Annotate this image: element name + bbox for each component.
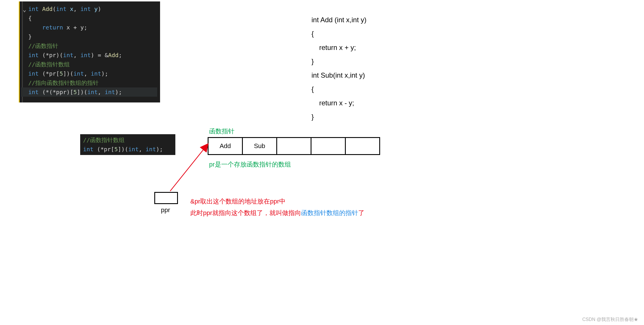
red-text-2: 此时ppr就指向这个数组了，就叫做指向函数指针数组的指针了 bbox=[190, 207, 365, 219]
watermark: CSDN @我言秋日胜春朝★ bbox=[582, 317, 638, 323]
blue-link-text: 函数指针数组的指针 bbox=[301, 209, 358, 216]
red-text-1: &pr取出这个数组的地址放在ppr中 bbox=[190, 196, 286, 207]
arrow-ppr-to-array bbox=[0, 0, 644, 325]
red-text-2a: 此时ppr就指向这个数组了，就叫做指向 bbox=[190, 209, 301, 216]
svg-line-0 bbox=[170, 144, 208, 191]
red-text-2c: 了 bbox=[358, 209, 365, 216]
